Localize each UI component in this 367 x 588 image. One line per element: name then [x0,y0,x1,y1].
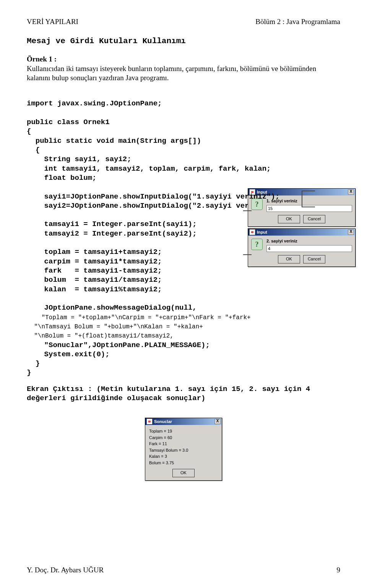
output-note: Ekran Çıktısı : (Metin kutularına 1. say… [27,384,340,403]
ok-button[interactable]: OK [172,469,195,477]
result-line-toplam: Toplam = 19 [149,428,218,435]
header-right: Bölüm 2 : Java Programlama [255,18,340,26]
close-icon[interactable]: X [214,419,221,424]
close-icon[interactable]: X [348,229,354,235]
footer-page: 9 [337,566,341,574]
result-dialog: ≋ Sonuclar X Toplam = 19 Carpim = 60 Far… [145,418,222,481]
example-description: Kullanıcıdan iki tamsayı isteyerek bunla… [27,65,316,82]
result-line-bolum: Bolum = 3.75 [149,460,218,466]
section-title: Mesaj ve Girdi Kutuları Kullanımı [27,37,340,45]
example-heading: Örnek 1 : [27,55,57,63]
result-title: Sonuclar [154,419,172,424]
header-left: VERİ YAPILARI [27,18,78,26]
result-line-tamsayi-bolum: Tamsayi Bolum = 3.0 [149,447,218,454]
result-line-carpim: Carpim = 60 [149,435,218,441]
close-icon[interactable]: X [348,189,354,195]
result-line-fark: Fark = 11 [149,441,218,447]
arrow-connector [302,191,302,207]
java-icon: ≋ [146,418,153,425]
code-block: import javax.swing.JOptionPane; public c… [27,90,340,378]
result-line-kalan: Kalan = 3 [149,453,218,460]
footer-author: Y. Doç. Dr. Aybars UĞUR [27,566,104,574]
